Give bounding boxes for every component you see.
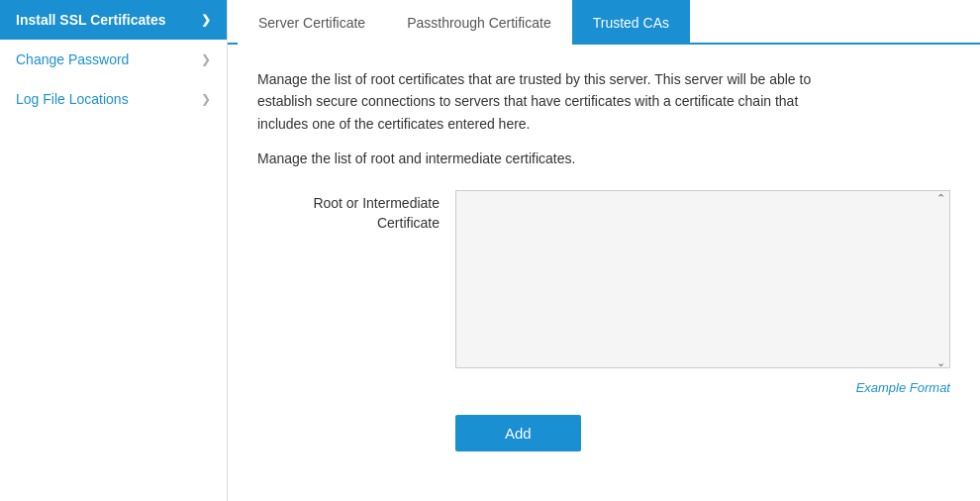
chevron-right-icon: ❯ (201, 13, 211, 27)
description2-text: Manage the list of root and intermediate… (257, 150, 950, 166)
chevron-right-icon: ❯ (201, 92, 211, 106)
main-content: Server Certificate Passthrough Certifica… (228, 0, 980, 501)
add-button[interactable]: Add (455, 415, 581, 451)
sidebar-item-install-ssl[interactable]: Install SSL Certificates ❯ (0, 0, 227, 40)
textarea-wrapper: ⌃ ⌄ (455, 190, 950, 371)
sidebar: Install SSL Certificates ❯ Change Passwo… (0, 0, 228, 501)
tab-server-certificate[interactable]: Server Certificate (238, 0, 386, 45)
sidebar-item-label: Install SSL Certificates (16, 12, 165, 28)
sidebar-item-label: Change Password (16, 51, 129, 67)
tab-passthrough-certificate[interactable]: Passthrough Certificate (386, 0, 572, 45)
example-format-link[interactable]: Example Format (856, 380, 950, 395)
certificate-form-row: Root or Intermediate Certificate ⌃ ⌄ (257, 190, 950, 371)
sidebar-item-log-file-locations[interactable]: Log File Locations ❯ (0, 79, 227, 119)
certificate-textarea[interactable] (455, 190, 950, 368)
tab-bar: Server Certificate Passthrough Certifica… (228, 0, 980, 45)
scroll-down-arrow[interactable]: ⌄ (936, 356, 945, 369)
scroll-up-arrow[interactable]: ⌃ (936, 192, 945, 205)
example-format-row: Example Format (455, 379, 950, 395)
tab-trusted-cas[interactable]: Trusted CAs (572, 0, 690, 45)
sidebar-item-label: Log File Locations (16, 91, 129, 107)
content-area: Manage the list of root certificates tha… (228, 45, 980, 501)
scrollbar: ⌃ ⌄ (932, 192, 948, 369)
add-button-row: Add (455, 415, 950, 451)
description-text: Manage the list of root certificates tha… (257, 68, 812, 135)
chevron-right-icon: ❯ (201, 52, 211, 66)
field-label: Root or Intermediate Certificate (257, 190, 455, 233)
sidebar-item-change-password[interactable]: Change Password ❯ (0, 40, 227, 79)
